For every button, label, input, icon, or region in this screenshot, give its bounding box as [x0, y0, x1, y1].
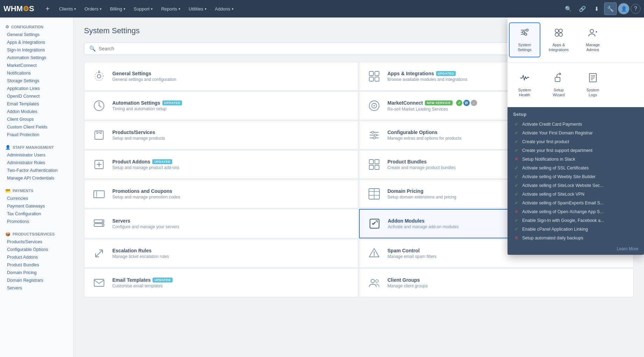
learn-more-link[interactable]: Learn More	[507, 245, 644, 255]
sidebar-link-servers[interactable]: Servers	[0, 284, 73, 292]
sidebar-link-product-addons[interactable]: Product Addons	[0, 253, 73, 261]
sidebar-link-custom-client-fields[interactable]: Custom Client Fields	[0, 123, 73, 131]
nav-clients[interactable]: Clients ▾	[55, 0, 80, 18]
nav-addons[interactable]: Addons ▾	[211, 0, 238, 18]
help-nav-button[interactable]: ?	[631, 4, 640, 14]
spam-control-icon	[366, 246, 382, 261]
sidebar-link-automation-settings[interactable]: Automation Settings	[0, 54, 73, 62]
nav-reports[interactable]: Reports ▾	[157, 0, 184, 18]
dp-system-health[interactable]: SystemHealth	[509, 68, 540, 103]
sidebar-link-marketconnect[interactable]: MarketConnect	[0, 62, 73, 69]
setup-item-ssl[interactable]: ✓ Activate selling of SSL Certificates	[510, 163, 641, 172]
nav-billing[interactable]: Billing ▾	[106, 0, 130, 18]
sidebar-link-promotions[interactable]: Promotions	[0, 218, 73, 225]
manage-admins-dp-icon	[588, 27, 598, 40]
setup-item-sitelock-sec[interactable]: ✓ Activate selling of SiteLock Website S…	[510, 181, 641, 190]
sidebar-link-payment-gateways[interactable]: Payment Gateways	[0, 202, 73, 210]
sidebar-link-currencies[interactable]: Currencies	[0, 195, 73, 202]
sidebar-link-product-bundles[interactable]: Product Bundles	[0, 261, 73, 269]
sidebar-link-openid-connect[interactable]: OpenID Connect	[0, 92, 73, 100]
product-addons-title: Product Addons UPDATED	[112, 159, 179, 164]
setup-item-backups[interactable]: ✕ Setup automated daily backups	[510, 233, 641, 242]
card-escalation-rules[interactable]: Escalation Rules Manage ticket escalatio…	[84, 239, 358, 268]
nav-utilities[interactable]: Utilities ▾	[184, 0, 211, 18]
sidebar-link-general-settings[interactable]: General Settings	[0, 31, 73, 38]
add-button[interactable]: +	[46, 5, 50, 13]
card-servers[interactable]: Servers Configure and manage your server…	[84, 209, 358, 238]
setup-item-cpanel[interactable]: ✓ Enable cPanel Application Linking	[510, 225, 641, 233]
setup-item-support-dept[interactable]: ✓ Create your first support department	[510, 146, 641, 155]
share-nav-button[interactable]: 🔗	[576, 2, 589, 15]
search-nav-button[interactable]: 🔍	[562, 2, 575, 15]
card-email-templates[interactable]: Email Templates UPDATED Customise email …	[84, 268, 358, 297]
dp-system-health-label: SystemHealth	[518, 88, 531, 98]
automation-settings-badge: UPDATED	[162, 100, 182, 105]
logo-text: WHM	[4, 4, 23, 13]
avatar-button[interactable]: 👤	[618, 3, 629, 14]
logo[interactable]: WHM⚙S	[4, 4, 42, 13]
nav-orders[interactable]: Orders ▾	[80, 0, 106, 18]
dp-apps-integrations[interactable]: Apps &Integrations	[543, 22, 575, 57]
sidebar-link-api-credentials[interactable]: Manage API Credentials	[0, 174, 73, 182]
sidebar-link-email-templates[interactable]: Email Templates	[0, 100, 73, 108]
download-nav-button[interactable]: ⬇	[590, 2, 603, 15]
svg-rect-23	[375, 165, 379, 169]
promotions-coupons-text: Promotions and Coupons Setup and manage …	[112, 188, 180, 200]
sidebar-link-configurable-options[interactable]: Configurable Options	[0, 246, 73, 253]
dp-setup-wizard[interactable]: SetupWizard	[543, 68, 575, 103]
sidebar-link-apps-integrations[interactable]: Apps & Integrations	[0, 38, 73, 46]
sidebar-link-2fa[interactable]: Two-Factor Authentication	[0, 167, 73, 174]
card-automation-settings[interactable]: Automation Settings UPDATED Timing and a…	[84, 91, 358, 120]
setup-item-first-product[interactable]: ✓ Create your first product	[510, 137, 641, 146]
card-product-addons[interactable]: Product Addons UPDATED Setup and manage …	[84, 150, 358, 179]
setup-item-google-signin[interactable]: ✓ Enable Sign-In with Google, Facebook a…	[510, 216, 641, 225]
spam-control-desc: Manage email spam filters	[387, 254, 436, 259]
apps-integrations-text: Apps & Integrations UPDATED Browse avail…	[387, 71, 467, 82]
sidebar-link-client-groups[interactable]: Client Groups	[0, 115, 73, 123]
sidebar-link-notifications[interactable]: Notifications	[0, 69, 73, 77]
setup-item-spamexperts[interactable]: ✓ Activate selling of SpamExperts Email …	[510, 198, 641, 207]
sidebar-link-admin-users[interactable]: Administrator Users	[0, 151, 73, 159]
sidebar-link-domain-pricing[interactable]: Domain Pricing	[0, 269, 73, 276]
domain-pricing-title: Domain Pricing	[387, 188, 456, 194]
setup-item-weebly[interactable]: ✓ Activate selling of Weebly Site Builde…	[510, 172, 641, 181]
dp-setup-wizard-label: SetupWizard	[553, 88, 565, 98]
card-promotions-coupons[interactable]: Promotions and Coupons Setup and manage …	[84, 180, 358, 208]
svg-rect-21	[375, 160, 379, 164]
card-client-groups[interactable]: Client Groups Manage client groups	[359, 268, 634, 297]
sidebar-link-admin-roles[interactable]: Administrator Roles	[0, 159, 73, 167]
sidebar-link-domain-registrars[interactable]: Domain Registrars	[0, 276, 73, 284]
dp-system-settings[interactable]: SystemSettings	[509, 22, 540, 57]
setup-item-slack[interactable]: ✕ Setup Notifications in Slack	[510, 155, 641, 163]
nav-support[interactable]: Support ▾	[130, 0, 157, 18]
system-settings-dp-icon	[519, 27, 530, 40]
dp-system-settings-label: SystemSettings	[518, 42, 532, 52]
products-services-title: Products/Services	[112, 130, 165, 135]
wrench-nav-button[interactable]: 🔧	[604, 2, 617, 15]
client-groups-text: Client Groups Manage client groups	[387, 277, 428, 288]
setup-item-ssl-icon: ✓	[513, 165, 519, 170]
svg-point-54	[559, 29, 562, 33]
logo-gear-icon: ⚙	[23, 5, 29, 13]
staff-section-icon: 👤	[5, 145, 10, 150]
sidebar-link-signin-integrations[interactable]: Sign-In Integrations	[0, 46, 73, 54]
setup-item-credit-card-icon: ✓	[513, 121, 519, 127]
dp-manage-admins[interactable]: ManageAdmins	[577, 22, 609, 57]
nav-items: Clients ▾ Orders ▾ Billing ▾ Support ▾ R…	[55, 0, 562, 18]
servers-desc: Configure and manage your servers	[112, 224, 179, 229]
general-settings-desc: General settings and configuration	[112, 77, 176, 82]
sidebar-link-fraud-protection[interactable]: Fraud Protection	[0, 131, 73, 139]
setup-item-sitelock-vpn[interactable]: ✓ Activate selling of SiteLock VPN	[510, 190, 641, 198]
sidebar-link-tax-configuration[interactable]: Tax Configuration	[0, 210, 73, 218]
setup-item-openxchange[interactable]: ✕ Activate selling of Open-Xchange App S…	[510, 207, 641, 216]
setup-item-first-product-icon: ✓	[513, 139, 519, 144]
sidebar-link-application-links[interactable]: Application Links	[0, 85, 73, 92]
dp-system-logs[interactable]: SystemLogs	[577, 68, 609, 103]
setup-item-domain-registrar[interactable]: ✓ Activate Your First Domain Registrar	[510, 128, 641, 137]
card-products-services[interactable]: Products/Services Setup and manage produ…	[84, 121, 358, 149]
sidebar-link-addon-modules[interactable]: Addon Modules	[0, 108, 73, 115]
sidebar-link-products-services[interactable]: Products/Services	[0, 238, 73, 246]
card-general-settings[interactable]: General Settings General settings and co…	[84, 62, 358, 91]
setup-item-credit-card[interactable]: ✓ Activate Credit Card Payments	[510, 120, 641, 128]
sidebar-link-storage-settings[interactable]: Storage Settings	[0, 77, 73, 85]
